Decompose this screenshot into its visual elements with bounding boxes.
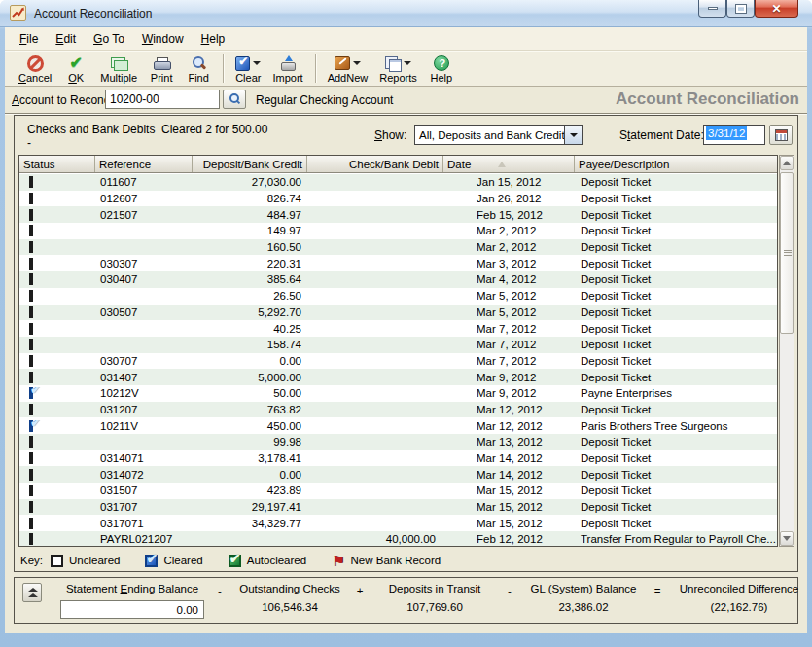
gl-system-balance: GL (System) Balance 23,386.02 <box>520 583 647 613</box>
deposit-cell: 27,030.00 <box>193 176 307 188</box>
menu-help[interactable]: Help <box>193 29 234 49</box>
scroll-up-button[interactable] <box>780 156 794 170</box>
table-row[interactable]: 99.98 Mar 13, 2012 Deposit Ticket <box>19 434 777 450</box>
table-row[interactable]: 40.25 Mar 7, 2012 Deposit Ticket <box>19 320 777 337</box>
close-button[interactable]: ✕ <box>755 0 798 18</box>
minus-operator: - <box>499 583 520 596</box>
deposits-in-transit-value: 107,769.60 <box>406 601 463 613</box>
column-header-payee[interactable]: Payee/Description <box>575 156 777 172</box>
status-checkbox[interactable] <box>29 485 33 496</box>
date-cell: Mar 9, 2012 <box>443 372 575 383</box>
find-button[interactable]: Find <box>180 53 217 85</box>
status-checkbox[interactable] <box>29 176 33 188</box>
payee-cell: Deposit Ticket <box>575 355 777 367</box>
addnew-button[interactable]: AddNew <box>322 53 374 85</box>
status-checkbox[interactable] <box>29 372 33 383</box>
status-checkbox[interactable] <box>29 306 33 318</box>
status-checkbox[interactable] <box>29 387 33 399</box>
cancel-button[interactable]: Cancel <box>13 53 57 85</box>
show-dropdown[interactable]: All, Deposits and Bank Credits First <box>414 125 583 145</box>
status-checkbox[interactable] <box>29 452 33 464</box>
table-row[interactable]: 031507 423.89 Mar 15, 2012 Deposit Ticke… <box>19 483 777 499</box>
column-header-status[interactable]: Status <box>19 156 95 172</box>
multiple-button[interactable]: Multiple <box>94 53 143 85</box>
statement-ending-balance-field[interactable]: 0.00 <box>60 600 204 619</box>
table-row[interactable]: 0314071 3,178.41 Mar 14, 2012 Deposit Ti… <box>19 450 777 467</box>
print-icon <box>154 57 169 70</box>
table-row[interactable]: 26.50 Mar 5, 2012 Deposit Ticket <box>19 288 777 305</box>
table-row[interactable]: 031407 5,000.00 Mar 9, 2012 Deposit Tick… <box>19 369 777 385</box>
reports-dropdown-arrow-icon[interactable] <box>404 61 411 65</box>
status-checkbox[interactable] <box>29 241 33 253</box>
vertical-scrollbar[interactable] <box>779 155 794 547</box>
table-row[interactable]: 10212V 50.00 Mar 9, 2012 Payne Enterpris… <box>19 385 777 402</box>
table-row[interactable]: 10211V 450.00 Mar 12, 2012 Paris Brother… <box>19 417 777 434</box>
table-row[interactable]: 0314072 0.00 Mar 14, 2012 Deposit Ticket <box>19 466 777 483</box>
table-row[interactable]: 021507 484.97 Feb 15, 2012 Deposit Ticke… <box>19 206 777 223</box>
table-row[interactable]: PAYRL021207 40,000.00 Feb 12, 2012 Trans… <box>19 531 777 547</box>
account-id-field[interactable]: 10200-00 <box>105 90 220 109</box>
status-checkbox[interactable] <box>29 323 33 335</box>
column-header-debit[interactable]: Check/Bank Debit <box>307 156 443 172</box>
menu-edit[interactable]: Edit <box>47 29 85 49</box>
status-checkbox[interactable] <box>29 404 33 415</box>
status-checkbox[interactable] <box>29 420 33 432</box>
scroll-down-button[interactable] <box>780 531 794 546</box>
table-row[interactable]: 030307 220.31 Mar 3, 2012 Deposit Ticket <box>19 255 777 271</box>
unreconciled-difference: Unreconciled Difference (22,162.76) <box>668 583 810 613</box>
reports-button[interactable]: Reports <box>373 53 423 85</box>
column-header-reference[interactable]: Reference <box>95 156 193 172</box>
account-lookup-button[interactable] <box>223 90 246 109</box>
status-checkbox[interactable] <box>29 258 33 270</box>
table-row[interactable]: 031207 763.82 Mar 12, 2012 Deposit Ticke… <box>19 402 777 418</box>
status-checkbox[interactable] <box>29 436 33 448</box>
status-checkbox[interactable] <box>29 193 33 204</box>
column-header-date[interactable]: Date <box>443 156 575 172</box>
status-checkbox[interactable] <box>29 518 33 529</box>
show-dropdown-button[interactable] <box>564 126 582 144</box>
minimize-button[interactable] <box>698 0 726 18</box>
status-checkbox[interactable] <box>29 469 33 481</box>
table-row[interactable]: 158.74 Mar 7, 2012 Deposit Ticket <box>19 337 777 353</box>
table-row[interactable]: 030507 5,292.70 Mar 5, 2012 Deposit Tick… <box>19 305 777 321</box>
clear-dropdown-arrow-icon[interactable] <box>253 61 261 65</box>
status-checkbox[interactable] <box>29 273 33 285</box>
title-bar[interactable]: Account Reconciliation ✕ <box>0 0 812 27</box>
table-row[interactable]: 0317071 34,329.77 Mar 15, 2012 Deposit T… <box>19 515 777 531</box>
collapse-panel-button[interactable] <box>22 583 42 602</box>
restore-button[interactable] <box>726 0 755 18</box>
table-row[interactable]: 011607 27,030.00 Jan 15, 2012 Deposit Ti… <box>19 174 777 191</box>
help-button[interactable]: Help <box>423 53 460 85</box>
table-row[interactable]: 012607 826.74 Jan 26, 2012 Deposit Ticke… <box>19 191 777 207</box>
payee-cell: Deposit Ticket <box>575 176 777 188</box>
statement-date-field[interactable]: 3/31/12 <box>703 125 765 145</box>
table-row[interactable]: 030707 0.00 Mar 7, 2012 Deposit Ticket <box>19 353 777 370</box>
print-button[interactable]: Print <box>143 53 180 85</box>
table-row[interactable]: 149.97 Mar 2, 2012 Deposit Ticket <box>19 223 777 239</box>
status-checkbox[interactable] <box>29 533 33 545</box>
payee-cell: Deposit Ticket <box>575 469 777 481</box>
import-button[interactable]: Import <box>266 53 308 85</box>
status-checkbox[interactable] <box>29 225 33 236</box>
column-header-deposit[interactable]: Deposit/Bank Credit <box>193 156 307 172</box>
status-checkbox[interactable] <box>29 290 33 302</box>
status-checkbox[interactable] <box>29 209 33 221</box>
reference-cell: 0314072 <box>95 469 193 481</box>
calendar-button[interactable] <box>769 125 793 145</box>
account-name-label: Regular Checking Account <box>256 93 393 107</box>
deposit-cell: 5,000.00 <box>193 372 307 383</box>
scrollbar-thumb[interactable] <box>780 172 794 334</box>
status-checkbox[interactable] <box>29 339 33 350</box>
status-checkbox[interactable] <box>29 355 33 367</box>
menu-file[interactable]: File <box>11 29 47 49</box>
addnew-dropdown-arrow-icon[interactable] <box>353 61 361 65</box>
clear-button[interactable]: Clear <box>229 53 266 85</box>
menu-window[interactable]: Window <box>133 29 193 49</box>
table-row[interactable]: 030407 385.64 Mar 4, 2012 Deposit Ticket <box>19 271 777 288</box>
menu-goto[interactable]: Go To <box>85 29 133 49</box>
ok-button[interactable]: ✔ OK <box>57 53 94 85</box>
table-row[interactable]: 160.50 Mar 2, 2012 Deposit Ticket <box>19 239 777 256</box>
payee-cell: Payne Enterprises <box>575 387 777 399</box>
status-checkbox[interactable] <box>29 501 33 513</box>
table-row[interactable]: 031707 29,197.41 Mar 15, 2012 Deposit Ti… <box>19 499 777 516</box>
